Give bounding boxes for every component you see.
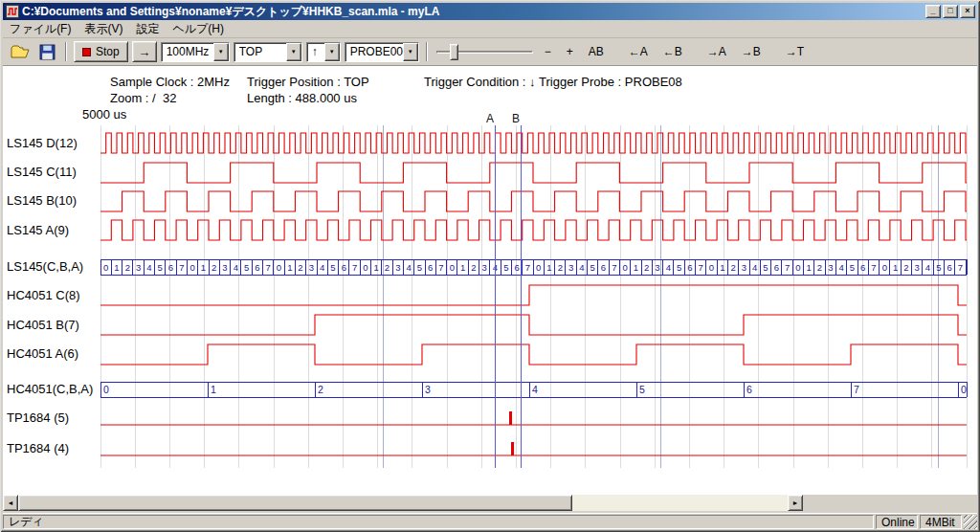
bus-value: 4: [234, 262, 238, 273]
waveform-trace: [100, 315, 967, 335]
channel-label: LS145 B(10): [7, 193, 77, 208]
bus-value: 7: [352, 262, 357, 273]
status-online-badge: Online: [876, 515, 918, 529]
bus-value: 5: [850, 262, 855, 273]
bus-value: 6: [601, 262, 606, 273]
bus-value: 7: [525, 262, 530, 273]
bus-value: 5: [244, 262, 249, 273]
bus-value: 2: [903, 262, 908, 273]
channel-label: HC4051 A(6): [7, 346, 78, 361]
channel-label: TP1684 (4): [7, 441, 69, 455]
scrollbar-thumb[interactable]: [18, 495, 572, 511]
waveform-trace: [100, 220, 967, 240]
resize-grip[interactable]: [964, 515, 977, 529]
bus-value: 6: [774, 262, 779, 273]
channel-label: HC4051(C,B,A): [7, 382, 93, 396]
bus-value: 0: [882, 262, 887, 273]
bus-value: 3: [828, 262, 833, 273]
bus-value: 4: [146, 262, 151, 273]
bus-value: 3: [742, 262, 746, 273]
bus-value: 3: [136, 262, 141, 273]
channel-label: LS145 D(12): [7, 136, 78, 150]
bus-value: 5: [639, 384, 645, 395]
bus-value: 1: [720, 262, 724, 273]
bus-value: 3: [481, 262, 486, 273]
bus-value: 5: [590, 262, 594, 273]
bus-value: 6: [687, 262, 692, 273]
statusbar: レディ Online 4MBit: [3, 513, 977, 529]
bus-value: 6: [860, 262, 865, 273]
bus-value: 0: [363, 262, 368, 273]
bus-value: 6: [746, 384, 752, 395]
bus-value: 5: [503, 262, 508, 273]
pulse-mark: [509, 411, 512, 425]
bus-value: 4: [925, 262, 930, 273]
channel-label: LS145 C(11): [7, 165, 77, 179]
bus-value: 2: [298, 262, 302, 273]
waveform-display[interactable]: LS145 D(12)LS145 C(11)LS145 B(10)LS145 A…: [0, 0, 980, 532]
bus-value: 1: [546, 262, 551, 273]
bus-value: 3: [425, 384, 431, 395]
bus-value: 2: [558, 262, 563, 273]
waveform-trace: [100, 191, 967, 211]
bus-value: 2: [817, 262, 822, 273]
bus-value: 6: [514, 262, 519, 273]
bus-value: 5: [936, 262, 941, 273]
bus-value: 7: [698, 262, 702, 273]
scroll-right-button[interactable]: ►: [788, 495, 803, 511]
bus-value: 1: [287, 262, 292, 273]
bus-value: 1: [373, 262, 378, 273]
bus-value: 1: [201, 262, 206, 273]
bus-value: 5: [677, 262, 681, 273]
bus-value: 6: [255, 262, 259, 273]
channel-label: HC4051 C(8): [7, 288, 80, 302]
bus-value: 3: [395, 262, 400, 273]
bus-value: 7: [612, 262, 616, 273]
bus-value: 1: [114, 262, 119, 273]
bus-value: 6: [342, 262, 346, 273]
bus-value: 5: [417, 262, 422, 273]
channel-label: HC4051 B(7): [7, 318, 79, 332]
bus-value: 7: [958, 262, 963, 273]
bus-value: 0: [103, 262, 108, 273]
bus-value: 1: [893, 262, 898, 273]
bus-value: 1: [211, 384, 216, 395]
app-window: C:¥Documents and Settings¥noname¥デスクトップ¥…: [0, 0, 980, 532]
status-memory-badge: 4MBit: [920, 515, 962, 529]
bus-value: 6: [168, 262, 173, 273]
waveform-trace: [100, 163, 967, 183]
waveform-trace: [100, 133, 967, 153]
bus-value: 3: [568, 262, 573, 273]
channel-label: TP1684 (5): [7, 410, 69, 425]
bus-value: 4: [838, 262, 843, 273]
bus-value: 5: [158, 262, 163, 273]
bus-value: 2: [125, 262, 130, 273]
bus-value: 7: [438, 262, 443, 273]
waveform-trace: [100, 285, 967, 305]
bus-value: 0: [277, 262, 281, 273]
horizontal-scrollbar[interactable]: ◄ ►: [3, 495, 803, 511]
bus-value: 4: [320, 262, 324, 273]
bus-value: 0: [961, 384, 967, 395]
bus-value: 5: [330, 262, 335, 273]
scrollbar-track[interactable]: [18, 495, 788, 511]
scroll-left-button[interactable]: ◄: [3, 495, 18, 511]
cursor-a-label: A: [486, 112, 494, 125]
bus-value: 3: [914, 262, 919, 273]
bus-value: 2: [471, 262, 476, 273]
bus-value: 4: [406, 262, 411, 273]
bus-value: 3: [309, 262, 314, 273]
bus-value: 4: [666, 262, 671, 273]
bus-value: 4: [532, 384, 538, 395]
bus-value: 1: [806, 262, 811, 273]
bus-value: 0: [450, 262, 455, 273]
bus-value: 1: [460, 262, 465, 273]
bus-value: 1: [634, 262, 638, 273]
bus-value: 5: [763, 262, 768, 273]
bus-value: 4: [752, 262, 757, 273]
bus-value: 6: [428, 262, 433, 273]
bus-value: 7: [179, 262, 184, 273]
bus-value: 0: [189, 262, 194, 273]
bus-value: 0: [536, 262, 541, 273]
bus-value: 0: [709, 262, 714, 273]
